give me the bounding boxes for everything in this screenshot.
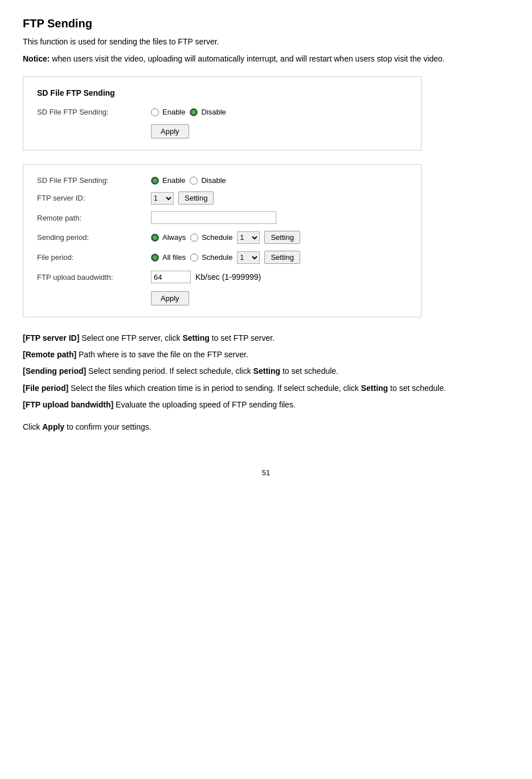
click-apply-prefix: Click bbox=[23, 422, 42, 431]
section1-radio-group: Enable Disable bbox=[151, 108, 226, 116]
all-files-label[interactable]: All files bbox=[162, 253, 186, 262]
ftp-upload-control: Kb/sec (1-999999) bbox=[151, 271, 261, 283]
desc-ftp-upload-text: Evaluate the uploading speed of FTP send… bbox=[116, 400, 296, 409]
remote-path-control bbox=[151, 211, 276, 224]
desc-sending-period-text2: to set schedule. bbox=[283, 366, 338, 376]
file-period-label: File period: bbox=[37, 253, 151, 262]
file-period-setting-button[interactable]: Setting bbox=[264, 251, 300, 264]
ftp-server-id-setting-button[interactable]: Setting bbox=[178, 191, 214, 205]
schedule-group-2: Schedule bbox=[190, 253, 232, 262]
remote-path-row: Remote path: bbox=[37, 211, 407, 224]
ftp-server-id-row: FTP server ID: 1 2 3 4 Setting bbox=[37, 191, 407, 205]
all-files-group: All files bbox=[151, 253, 186, 262]
notice-body: when users visit the video, uploading wi… bbox=[52, 54, 444, 63]
section1-apply-row: Apply bbox=[151, 124, 407, 138]
ftp-upload-unit: Kb/sec (1-999999) bbox=[195, 272, 261, 282]
desc-remote-path-text: Path where is to save the file on the FT… bbox=[79, 350, 248, 359]
desc-sending-period: [Sending period] Select sending period. … bbox=[23, 364, 513, 378]
section2-box: SD File FTP Sending: Enable Disable FTP … bbox=[23, 164, 421, 317]
ftp-upload-label: FTP upload baudwidth: bbox=[37, 273, 151, 282]
ftp-upload-input[interactable] bbox=[151, 271, 191, 283]
section1-box: SD File FTP Sending SD File FTP Sending:… bbox=[23, 76, 421, 150]
desc-file-period-text1: Select the files which creation time is … bbox=[71, 384, 361, 393]
section1-disable-radio[interactable] bbox=[190, 108, 198, 116]
section1-apply-button[interactable]: Apply bbox=[151, 124, 189, 138]
schedule-group-1: Schedule bbox=[190, 233, 232, 242]
notice-text: Notice: when users visit the video, uplo… bbox=[23, 53, 509, 65]
ftp-server-id-select[interactable]: 1 2 3 4 bbox=[151, 192, 174, 205]
file-period-control: All files Schedule 1 2 3 Setting bbox=[151, 251, 300, 264]
click-apply-bold: Apply bbox=[42, 422, 64, 431]
ftp-server-id-control: 1 2 3 4 Setting bbox=[151, 191, 214, 205]
desc-remote-path: [Remote path] Path where is to save the … bbox=[23, 348, 513, 362]
desc-ftp-upload-bold: [FTP upload bandwidth] bbox=[23, 400, 113, 409]
desc-sending-period-bold: [Sending period] bbox=[23, 366, 86, 376]
section1-title: SD File FTP Sending bbox=[37, 88, 407, 97]
section1-disable-label[interactable]: Disable bbox=[201, 108, 226, 116]
desc-ftp-server-id-bold: [FTP server ID] bbox=[23, 333, 79, 342]
desc-file-period-bold2: Setting bbox=[361, 384, 388, 393]
desc-ftp-server-id: [FTP server ID] Select one FTP server, c… bbox=[23, 331, 513, 345]
section1-enable-radio[interactable] bbox=[151, 108, 159, 116]
section2-apply-row: Apply bbox=[151, 291, 407, 305]
all-files-radio[interactable] bbox=[151, 254, 159, 262]
file-schedule-label[interactable]: Schedule bbox=[202, 253, 232, 262]
sending-schedule-radio[interactable] bbox=[190, 234, 198, 242]
section2-enable-label[interactable]: Enable bbox=[162, 176, 185, 185]
sending-schedule-label[interactable]: Schedule bbox=[202, 233, 232, 242]
section1-disable-group: Disable bbox=[190, 108, 226, 116]
always-label[interactable]: Always bbox=[162, 233, 186, 242]
desc-file-period-text2: to set schedule. bbox=[390, 384, 446, 393]
file-period-row: File period: All files Schedule 1 2 3 Se… bbox=[37, 251, 407, 264]
page-number: 51 bbox=[23, 468, 509, 477]
section2-apply-button[interactable]: Apply bbox=[151, 291, 189, 305]
section2-sd-row: SD File FTP Sending: Enable Disable bbox=[37, 176, 407, 185]
section1-sd-label: SD File FTP Sending: bbox=[37, 108, 151, 116]
desc-ftp-upload: [FTP upload bandwidth] Evaluate the uplo… bbox=[23, 398, 513, 412]
sending-period-control: Always Schedule 1 2 3 Setting bbox=[151, 231, 300, 244]
section2-disable-group: Disable bbox=[190, 176, 226, 185]
desc-ftp-server-id-text2: to set FTP server. bbox=[212, 333, 275, 342]
ftp-upload-row: FTP upload baudwidth: Kb/sec (1-999999) bbox=[37, 271, 407, 283]
intro-text: This function is used for sending the fi… bbox=[23, 37, 509, 46]
file-period-select[interactable]: 1 2 3 bbox=[237, 251, 260, 264]
section2-disable-radio[interactable] bbox=[190, 177, 198, 185]
sending-period-label: Sending period: bbox=[37, 233, 151, 242]
section2-radio-group: Enable Disable bbox=[151, 176, 226, 185]
section2-enable-group: Enable bbox=[151, 176, 185, 185]
section1-enable-group: Enable bbox=[151, 108, 185, 116]
desc-sending-period-text1: Select sending period. If select schedul… bbox=[88, 366, 253, 376]
sending-period-row: Sending period: Always Schedule 1 2 3 Se… bbox=[37, 231, 407, 244]
section1-sd-row: SD File FTP Sending: Enable Disable bbox=[37, 108, 407, 116]
sending-period-select[interactable]: 1 2 3 bbox=[237, 231, 260, 244]
section2-enable-radio[interactable] bbox=[151, 177, 159, 185]
sending-period-setting-button[interactable]: Setting bbox=[264, 231, 300, 244]
descriptions-block: [FTP server ID] Select one FTP server, c… bbox=[23, 331, 513, 434]
desc-file-period-bold: [File period] bbox=[23, 384, 68, 393]
notice-label: Notice: bbox=[23, 54, 50, 63]
section2-sd-label: SD File FTP Sending: bbox=[37, 176, 151, 185]
desc-file-period: [File period] Select the files which cre… bbox=[23, 381, 513, 395]
always-group: Always bbox=[151, 233, 186, 242]
file-schedule-radio[interactable] bbox=[190, 254, 198, 262]
remote-path-input[interactable] bbox=[151, 211, 276, 224]
desc-sending-period-bold2: Setting bbox=[253, 366, 280, 376]
remote-path-label: Remote path: bbox=[37, 214, 151, 222]
ftp-server-id-label: FTP server ID: bbox=[37, 194, 151, 202]
desc-remote-path-bold: [Remote path] bbox=[23, 350, 76, 359]
click-apply-para: Click Apply to confirm your settings. bbox=[23, 420, 513, 434]
section2-disable-label[interactable]: Disable bbox=[201, 176, 226, 185]
click-apply-suffix: to confirm your settings. bbox=[67, 422, 152, 431]
page-title: FTP Sending bbox=[23, 17, 509, 30]
desc-ftp-server-id-text1: Select one FTP server, click bbox=[81, 333, 182, 342]
always-radio[interactable] bbox=[151, 234, 159, 242]
desc-ftp-server-id-bold2: Setting bbox=[182, 333, 209, 342]
section1-enable-label[interactable]: Enable bbox=[162, 108, 185, 116]
